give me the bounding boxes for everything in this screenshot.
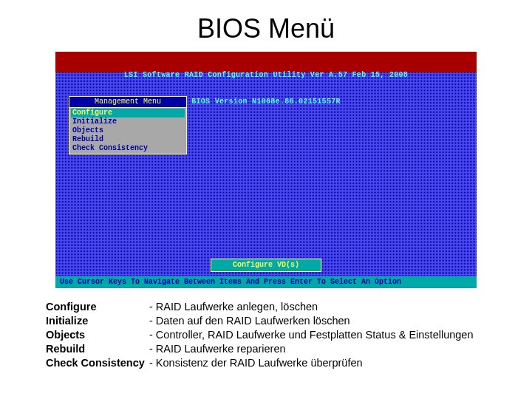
legend-term: Objects <box>46 328 149 342</box>
management-menu: Management Menu Configure Initialize Obj… <box>69 96 187 154</box>
legend-desc: - Daten auf den RAID Laufwerken löschen <box>149 314 350 328</box>
legend-row: Check Consistency - Konsistenz der RAID … <box>46 356 473 370</box>
legend: Configure - RAID Laufwerke anlegen, lösc… <box>46 300 473 370</box>
legend-row: Configure - RAID Laufwerke anlegen, lösc… <box>46 300 473 314</box>
legend-row: Rebuild - RAID Laufwerke reparieren <box>46 342 473 356</box>
legend-desc: - Controller, RAID Laufwerke und Festpla… <box>149 328 473 342</box>
legend-desc: - Konsistenz der RAID Laufwerke überprüf… <box>149 356 363 370</box>
legend-term: Check Consistency <box>46 356 149 370</box>
bios-footer: Use Cursor Keys To Navigate Between Item… <box>55 276 477 288</box>
legend-row: Initialize - Daten auf den RAID Laufwerk… <box>46 314 473 328</box>
legend-term: Configure <box>46 300 149 314</box>
menu-item-rebuild[interactable]: Rebuild <box>71 135 185 144</box>
legend-desc: - RAID Laufwerke anlegen, löschen <box>149 300 318 314</box>
legend-row: Objects - Controller, RAID Laufwerke und… <box>46 328 473 342</box>
management-menu-body: Configure Initialize Objects Rebuild Che… <box>69 107 187 154</box>
legend-term: Rebuild <box>46 342 149 356</box>
legend-term: Initialize <box>46 314 149 328</box>
bios-header-line1: LSI Software RAID Configuration Utility … <box>55 71 477 80</box>
management-menu-title: Management Menu <box>69 96 187 107</box>
menu-item-objects[interactable]: Objects <box>71 126 185 135</box>
menu-item-configure[interactable]: Configure <box>71 109 185 117</box>
menu-item-initialize[interactable]: Initialize <box>71 117 185 126</box>
bios-header: LSI Software RAID Configuration Utility … <box>55 52 477 72</box>
hint-box: Configure VD(s) <box>211 259 321 272</box>
bios-screen: LSI Software RAID Configuration Utility … <box>55 52 477 288</box>
legend-desc: - RAID Laufwerke reparieren <box>149 342 286 356</box>
menu-item-check-consistency[interactable]: Check Consistency <box>71 144 185 153</box>
slide: BIOS Menü LSI Software RAID Configuratio… <box>0 0 532 399</box>
page-title: BIOS Menü <box>0 0 532 52</box>
